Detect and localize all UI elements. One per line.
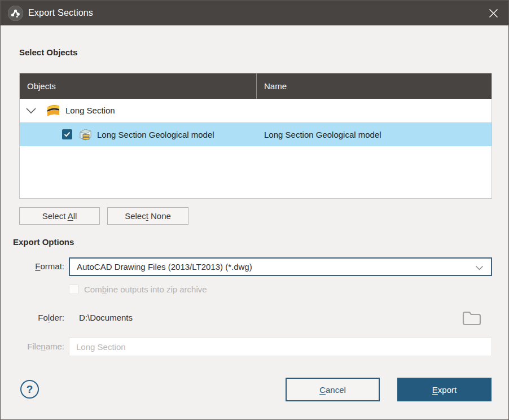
export-options-heading: Export Options: [13, 237, 74, 247]
item-checkbox[interactable]: [62, 129, 72, 139]
export-sections-dialog: Export Sections Select Objects Objects N…: [0, 0, 509, 420]
objects-table-header: Objects Name: [20, 73, 492, 99]
combine-zip-checkbox: [69, 285, 78, 294]
select-all-label: Select All: [42, 211, 77, 221]
format-dropdown-value: AutoCAD Drawing Files (2013/LT2013) (*.d…: [70, 262, 252, 272]
folder-label: Folder:: [1, 313, 64, 322]
folder-path: D:\Documents: [79, 313, 133, 322]
browse-folder-button[interactable]: [460, 308, 484, 329]
combine-zip-row: Combine outputs into zip archive: [69, 285, 207, 294]
cancel-button[interactable]: Cancel: [286, 378, 380, 401]
cancel-label: Cancel: [319, 385, 346, 395]
select-none-button[interactable]: Select None: [107, 207, 188, 225]
column-header-name: Name: [256, 73, 492, 99]
close-icon: [489, 8, 498, 18]
geological-model-icon: [78, 128, 93, 142]
long-section-icon: [46, 103, 61, 118]
export-label: Export: [432, 385, 457, 395]
filename-label: Filename:: [1, 342, 64, 351]
format-dropdown[interactable]: AutoCAD Drawing Files (2013/LT2013) (*.d…: [69, 257, 492, 276]
column-header-objects: Objects: [20, 73, 256, 99]
combine-zip-label: Combine outputs into zip archive: [84, 285, 207, 294]
tree-group-label: Long Section: [65, 106, 115, 115]
titlebar: Export Sections: [1, 1, 508, 25]
select-none-label: Select None: [125, 211, 171, 221]
select-objects-heading: Select Objects: [19, 47, 77, 57]
tree-row-geological-model[interactable]: Long Section Geological model Long Secti…: [20, 123, 492, 146]
help-button[interactable]: ?: [20, 380, 39, 399]
tree-row-long-section[interactable]: Long Section: [20, 99, 492, 123]
close-button[interactable]: [484, 4, 503, 22]
select-all-button[interactable]: Select All: [19, 207, 100, 225]
tree-item-label: Long Section Geological model: [97, 130, 214, 139]
name-cell: Long Section Geological model: [264, 130, 381, 139]
export-button[interactable]: Export: [397, 378, 492, 401]
objects-table: Objects Name Long Section: [19, 73, 492, 199]
help-icon: ?: [27, 383, 33, 396]
dialog-title: Export Sections: [28, 8, 93, 18]
folder-icon: [462, 310, 482, 327]
chevron-down-icon: [475, 265, 484, 270]
chevron-down-icon[interactable]: [25, 106, 37, 115]
filename-input: Long Section: [69, 338, 492, 356]
filename-value: Long Section: [69, 342, 126, 352]
checkmark-icon: [64, 132, 71, 137]
format-label: Format:: [1, 261, 64, 271]
leapfrog-logo-icon: [8, 6, 23, 21]
